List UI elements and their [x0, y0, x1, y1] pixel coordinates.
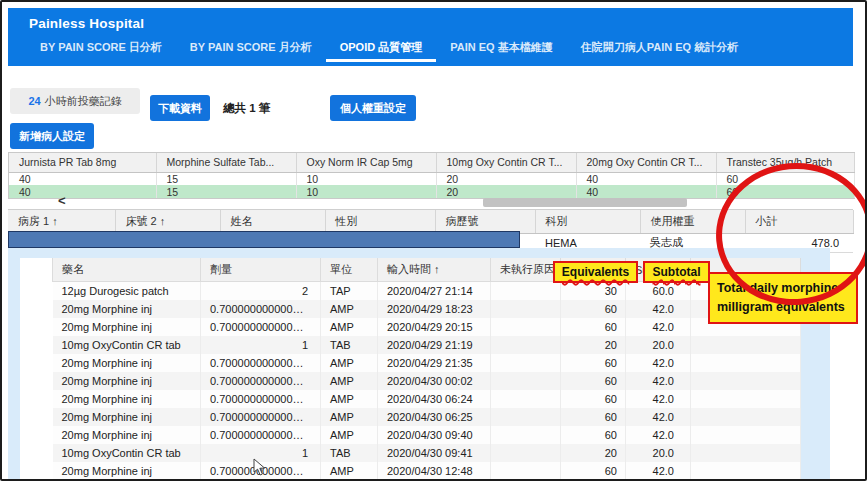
- column-header[interactable]: 病房 1 ↑: [8, 210, 115, 234]
- table-row[interactable]: 20mg Morphine inj0.7000000000000001AMP20…: [53, 354, 801, 372]
- cell: 15: [156, 185, 296, 198]
- cell: [491, 282, 561, 300]
- table-row[interactable]: 10mg OxyContin CR tab1TAB2020/04/30 09:4…: [53, 444, 801, 462]
- column-header[interactable]: 床號 2 ↑: [115, 210, 220, 234]
- tab-3[interactable]: PAIN EQ 基本檔維護: [436, 40, 566, 62]
- table-row[interactable]: 20mg Morphine inj0.7000000000000001AMP20…: [53, 318, 801, 336]
- cell: TAB: [321, 444, 378, 462]
- horizontal-scrollbar-thumb[interactable]: [483, 198, 687, 207]
- column-header[interactable]: 小計: [745, 210, 853, 234]
- column-header[interactable]: Jurnista PR Tab 8mg: [9, 153, 156, 172]
- subtotal-annotation-label: Subtotal: [643, 261, 710, 283]
- cell: 40: [576, 185, 716, 198]
- table-row[interactable]: 20mg Morphine inj0.7000000000000001AMP20…: [53, 426, 801, 444]
- table-row[interactable]: 20mg Morphine inj0.7000000000000001AMP20…: [53, 408, 801, 426]
- app-title: Painless Hospital: [29, 16, 144, 31]
- app-header: Painless Hospital BY PAIN SCORE 日分析BY PA…: [8, 8, 853, 66]
- table-row[interactable]: 20mg Morphine inj0.7000000000000001AMP20…: [53, 300, 801, 318]
- personal-weight-button[interactable]: 個人權重設定: [330, 95, 416, 121]
- cell: 2020/04/30 09:41: [378, 444, 491, 462]
- cell: [691, 462, 801, 480]
- cell: 42.0: [626, 300, 691, 318]
- cell: 20mg Morphine inj: [53, 408, 201, 426]
- cell: 2020/04/27 21:14: [378, 282, 491, 300]
- cell: AMP: [321, 354, 378, 372]
- column-header[interactable]: 20mg Oxy Contin CR T...: [576, 153, 716, 172]
- cell: 2020/04/29 18:23: [378, 300, 491, 318]
- table-row[interactable]: 20mg Morphine inj0.7000000000000001AMP20…: [53, 390, 801, 408]
- scroll-left-arrow-icon[interactable]: <: [58, 195, 66, 207]
- table-row[interactable]: 20mg Morphine inj0.7000000000000001AMP20…: [53, 462, 801, 480]
- cell: [691, 354, 801, 372]
- cell: 0.7000000000000001: [201, 408, 321, 426]
- cell: 2020/04/30 09:40: [378, 426, 491, 444]
- cell: 20mg Morphine inj: [53, 300, 201, 318]
- cell: 60: [561, 408, 626, 426]
- table-row[interactable]: 401510204060: [9, 172, 854, 185]
- column-header[interactable]: Morphine Sulfate Tab...: [156, 153, 296, 172]
- selected-patient-redaction-bar[interactable]: [8, 231, 520, 248]
- cell: 60: [561, 390, 626, 408]
- cell: 10mg OxyContin CR tab: [53, 444, 201, 462]
- cell: 2: [201, 282, 321, 300]
- history-chip[interactable]: 24 小時前投藥記錄: [10, 88, 140, 114]
- column-header[interactable]: 科別: [535, 210, 640, 234]
- cell: 60: [561, 300, 626, 318]
- cell: 60.0: [626, 282, 691, 300]
- column-header[interactable]: 藥名: [53, 258, 201, 282]
- table-row[interactable]: 10mg OxyContin CR tab1TAB2020/04/29 21:1…: [53, 336, 801, 354]
- column-header[interactable]: Transtec 35µg/h Patch: [716, 153, 854, 172]
- column-header[interactable]: 劑量: [201, 258, 321, 282]
- medication-table: 藥名劑量單位輸入時間 ↑未執行原因EquivalentsSubtotal12µg…: [52, 258, 800, 480]
- tab-0[interactable]: BY PAIN SCORE 日分析: [26, 40, 176, 62]
- column-header[interactable]: 單位: [321, 258, 378, 282]
- cell: 42.0: [626, 390, 691, 408]
- cell: AMP: [321, 426, 378, 444]
- cell: 20mg Morphine inj: [53, 390, 201, 408]
- cell: 20.0: [626, 444, 691, 462]
- table-row[interactable]: 20mg Morphine inj0.7000000000000001AMP20…: [53, 372, 801, 390]
- cell: 30: [561, 282, 626, 300]
- cell: 60: [716, 172, 854, 185]
- app-window: Painless Hospital BY PAIN SCORE 日分析BY PA…: [0, 0, 867, 481]
- column-header[interactable]: 使用權重: [640, 210, 745, 234]
- tab-1[interactable]: BY PAIN SCORE 月分析: [176, 40, 326, 62]
- cell: [491, 408, 561, 426]
- total-count-label: 總共 1 筆: [223, 101, 270, 116]
- table-row[interactable]: 401510204060: [9, 185, 854, 198]
- cell: 20mg Morphine inj: [53, 318, 201, 336]
- cell: 0.7000000000000001: [201, 462, 321, 480]
- column-header[interactable]: Oxy Norm IR Cap 5mg: [296, 153, 436, 172]
- add-patient-button[interactable]: 新增病人設定: [10, 123, 94, 149]
- cell: 20.0: [626, 336, 691, 354]
- table-row[interactable]: 12µg Durogesic patch2TAP2020/04/27 21:14…: [53, 282, 801, 300]
- column-header[interactable]: 10mg Oxy Contin CR T...: [436, 153, 576, 172]
- column-header[interactable]: 姓名: [220, 210, 325, 234]
- cell: 2020/04/30 00:02: [378, 372, 491, 390]
- column-header[interactable]: 輸入時間 ↑: [378, 258, 491, 282]
- cell: 15: [156, 172, 296, 185]
- column-header[interactable]: 性別: [325, 210, 435, 234]
- cell: 2020/04/29 20:15: [378, 318, 491, 336]
- column-header[interactable]: 病歷號: [435, 210, 535, 234]
- tab-2[interactable]: OPOID 品質管理: [326, 40, 437, 62]
- cell: 60: [561, 372, 626, 390]
- cell: 20mg Morphine inj: [53, 372, 201, 390]
- cell: [491, 318, 561, 336]
- mme-callout-annotation: Total daily morphine milligram equivalen…: [708, 272, 858, 324]
- column-header[interactable]: 未執行原因: [491, 258, 561, 282]
- cell: 0.7000000000000001: [201, 372, 321, 390]
- cell: [691, 444, 801, 462]
- download-button[interactable]: 下載資料: [150, 95, 210, 121]
- cell: [491, 336, 561, 354]
- cell: AMP: [321, 408, 378, 426]
- history-chip-number: 24: [28, 95, 40, 107]
- cell: 40: [9, 185, 156, 198]
- cell: 2020/04/29 21:35: [378, 354, 491, 372]
- cell: 20mg Morphine inj: [53, 462, 201, 480]
- tab-4[interactable]: 住院開刀病人PAIN EQ 統計分析: [567, 40, 752, 62]
- cell: 60: [716, 185, 854, 198]
- cell: [691, 336, 801, 354]
- cell: 42.0: [626, 354, 691, 372]
- cell: [491, 426, 561, 444]
